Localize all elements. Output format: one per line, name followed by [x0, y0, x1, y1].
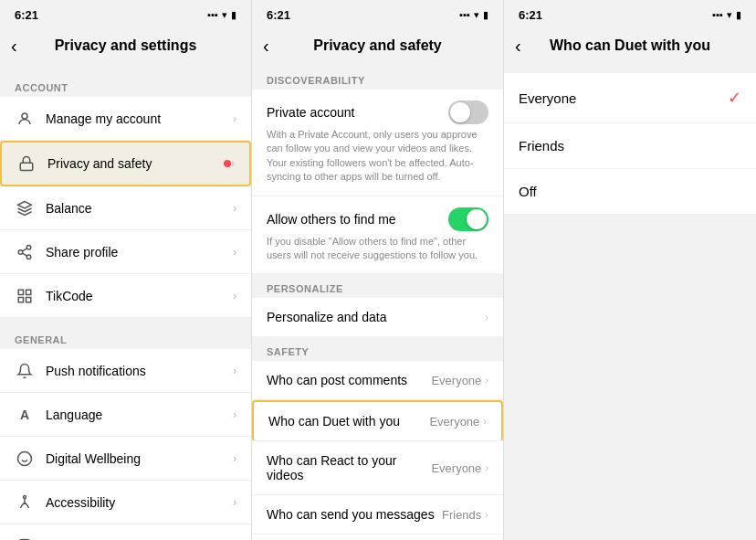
share-profile-text: Share profile: [46, 245, 233, 259]
manage-account-item[interactable]: Manage my account ›: [0, 97, 251, 141]
account-label: ACCOUNT: [0, 73, 251, 97]
private-account-title-row: Private account: [267, 101, 488, 124]
option-off-text: Off: [519, 184, 741, 199]
option-everyone[interactable]: Everyone ✓: [504, 73, 756, 123]
push-notifications-arrow: ›: [233, 365, 236, 377]
privacy-safety-dot: [224, 160, 231, 167]
header-3: ‹ Who can Duet with you: [504, 26, 756, 66]
discoverability-label: DISCOVERABILITY: [252, 66, 503, 90]
panel-privacy-safety: 6:21 ▪▪▪ ▾ ▮ ‹ Privacy and safety DISCOV…: [252, 0, 504, 540]
who-can-post-comments-row[interactable]: Who can post comments Everyone ›: [252, 361, 503, 400]
allow-find-desc: If you disable "Allow others to find me"…: [267, 235, 488, 263]
status-icons-2: ▪▪▪ ▾ ▮: [459, 9, 488, 21]
who-can-react-row[interactable]: Who can React to your videos Everyone ›: [252, 441, 503, 495]
header-title-2: Privacy and safety: [313, 37, 442, 54]
svg-rect-7: [18, 290, 23, 294]
tikcode-arrow: ›: [233, 290, 236, 302]
content-1: ACCOUNT Manage my account ›: [0, 66, 251, 540]
status-bar-3: 6:21 ▪▪▪ ▾ ▮: [504, 0, 756, 26]
accessibility-icon: [15, 492, 35, 513]
privacy-safety-item[interactable]: Privacy and safety ›: [0, 141, 251, 186]
privacy-safety-icon: [16, 154, 37, 174]
wifi-icon: ▾: [222, 9, 227, 21]
accessibility-text: Accessibility: [46, 495, 233, 510]
allow-find-row: Allow others to find me If you disable "…: [252, 196, 503, 275]
who-can-react-text: Who can React to your videos: [267, 453, 431, 482]
wifi-icon-2: ▾: [474, 9, 479, 21]
share-profile-icon: [15, 242, 35, 262]
header-2: ‹ Privacy and safety: [252, 26, 503, 66]
back-button-3[interactable]: ‹: [515, 36, 521, 57]
tikcode-text: TikCode: [46, 289, 233, 303]
back-button-2[interactable]: ‹: [263, 36, 269, 57]
accessibility-item[interactable]: Accessibility ›: [0, 481, 251, 524]
manage-account-icon: [15, 109, 35, 129]
push-notifications-icon: [15, 361, 35, 381]
status-bar-2: 6:21 ▪▪▪ ▾ ▮: [252, 0, 503, 26]
back-button-1[interactable]: ‹: [11, 36, 17, 57]
who-can-duet-text: Who can Duet with you: [268, 414, 429, 429]
svg-rect-1: [20, 163, 33, 170]
signal-icon-2: ▪▪▪: [459, 9, 470, 20]
who-can-send-messages-row[interactable]: Who can send you messages Friends ›: [252, 495, 503, 535]
svg-point-0: [22, 113, 27, 119]
who-can-send-messages-value: Friends: [442, 508, 481, 522]
status-bar-1: 6:21 ▪▪▪ ▾ ▮: [0, 0, 251, 26]
private-account-row: Private account With a Private Account, …: [252, 90, 503, 196]
balance-item[interactable]: Balance ›: [0, 186, 251, 230]
allow-find-title-row: Allow others to find me: [267, 207, 488, 231]
personalize-data-arrow: ›: [485, 312, 488, 323]
privacy-safety-text: Privacy and safety: [47, 156, 220, 171]
who-can-duet-row[interactable]: Who can Duet with you Everyone ›: [252, 400, 503, 441]
manage-account-text: Manage my account: [46, 111, 233, 126]
signal-icon-3: ▪▪▪: [712, 9, 723, 20]
svg-rect-9: [18, 297, 23, 302]
allow-find-knob: [467, 209, 487, 229]
language-icon: A: [15, 405, 35, 425]
svg-point-4: [26, 255, 31, 259]
who-can-react-value: Everyone: [431, 461, 481, 475]
safety-label: SAFETY: [252, 337, 503, 361]
share-profile-item[interactable]: Share profile ›: [0, 230, 251, 274]
status-icons-1: ▪▪▪ ▾ ▮: [207, 9, 236, 21]
option-off[interactable]: Off: [504, 169, 756, 215]
battery-icon-3: ▮: [736, 9, 741, 21]
svg-rect-8: [26, 290, 31, 294]
language-item[interactable]: A Language ›: [0, 393, 251, 437]
digital-wellbeing-arrow: ›: [233, 452, 236, 465]
header-1: ‹ Privacy and settings: [0, 26, 251, 66]
digital-wellbeing-item[interactable]: Digital Wellbeing ›: [0, 437, 251, 481]
manage-account-arrow: ›: [233, 112, 236, 125]
svg-line-5: [22, 253, 26, 256]
tikcode-item[interactable]: TikCode ›: [0, 274, 251, 318]
tikcode-icon: [15, 286, 35, 306]
data-saver-icon: [15, 536, 35, 541]
push-notifications-item[interactable]: Push notifications ›: [0, 349, 251, 393]
who-can-view-liked-row[interactable]: Who can view videos I liked Only me ›: [252, 535, 503, 540]
battery-icon: ▮: [231, 9, 236, 21]
private-account-toggle[interactable]: [448, 101, 488, 124]
private-account-title-text: Private account: [267, 105, 355, 120]
svg-rect-10: [26, 297, 31, 302]
balance-arrow: ›: [233, 202, 236, 215]
personalize-data-row[interactable]: Personalize and data ›: [252, 298, 503, 337]
svg-point-3: [18, 249, 23, 254]
svg-line-6: [22, 248, 26, 250]
signal-icon: ▪▪▪: [207, 9, 218, 20]
privacy-safety-arrow: ›: [231, 157, 235, 170]
option-friends-text: Friends: [519, 138, 741, 154]
allow-find-title-text: Allow others to find me: [267, 212, 396, 227]
status-time-3: 6:21: [519, 8, 542, 22]
svg-point-2: [26, 245, 31, 249]
personalize-label: PERSONALIZE: [252, 274, 503, 298]
header-title-1: Privacy and settings: [55, 37, 197, 54]
battery-icon-2: ▮: [483, 9, 488, 21]
balance-icon: [15, 198, 35, 218]
header-title-3: Who can Duet with you: [550, 37, 710, 54]
option-friends[interactable]: Friends: [504, 123, 756, 169]
general-section: GENERAL Push notifications › A Language …: [0, 325, 251, 540]
who-can-duet-value: Everyone: [429, 415, 479, 429]
allow-find-toggle[interactable]: [448, 207, 488, 231]
svg-point-11: [18, 451, 32, 465]
data-saver-item[interactable]: Data Saver ›: [0, 524, 251, 540]
